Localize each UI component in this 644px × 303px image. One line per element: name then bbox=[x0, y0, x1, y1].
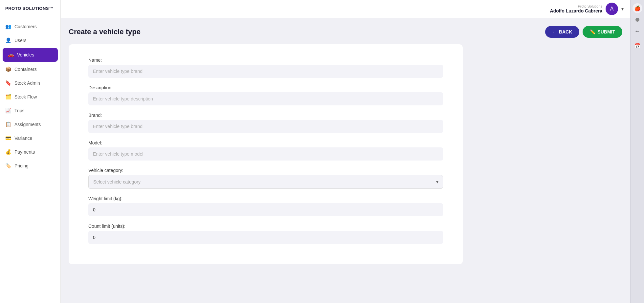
name-field-group: Name: bbox=[88, 57, 443, 78]
weight-label: Weight limit (kg): bbox=[88, 196, 443, 201]
sidebar-item-pricing[interactable]: 🏷️ Pricing bbox=[0, 159, 60, 173]
sidebar-item-variance[interactable]: 💳 Variance bbox=[0, 131, 60, 145]
sidebar-item-label: Payments bbox=[14, 149, 35, 155]
sidebar-item-label: Variance bbox=[14, 136, 32, 141]
avatar[interactable]: A bbox=[606, 3, 618, 15]
app-logo: PROTO SOLUTIONS™ bbox=[0, 0, 60, 17]
users-icon: 👤 bbox=[5, 37, 11, 43]
description-label: Description: bbox=[88, 85, 443, 90]
apple-icon[interactable]: 🍎 bbox=[633, 3, 642, 13]
header-right: Proto Solutions Adolfo Luzardo Cabrera A… bbox=[550, 3, 624, 15]
brand-input[interactable] bbox=[88, 120, 443, 133]
sidebar-item-label: Customers bbox=[14, 24, 37, 29]
sidebar-nav: 👥 Customers 👤 Users 🚗 Vehicles 📦 Contain… bbox=[0, 17, 60, 303]
description-input[interactable] bbox=[88, 92, 443, 105]
form-card: Name: Description: Brand: Model: Vehicle… bbox=[69, 44, 463, 264]
model-input[interactable] bbox=[88, 147, 443, 161]
page-content: Create a vehicle type ← BACK ✏️ SUBMIT N… bbox=[61, 18, 630, 303]
name-input[interactable] bbox=[88, 65, 443, 78]
page-title: Create a vehicle type bbox=[69, 28, 141, 36]
brand-label: Brand: bbox=[88, 113, 443, 118]
sidebar-item-label: Stock Flow bbox=[14, 94, 37, 99]
sidebar-item-label: Containers bbox=[14, 67, 37, 72]
page-actions: ← BACK ✏️ SUBMIT bbox=[545, 26, 622, 38]
vehicles-icon: 🚗 bbox=[8, 52, 14, 58]
trips-icon: 📈 bbox=[5, 108, 11, 114]
category-field-group: Vehicle category: Select vehicle categor… bbox=[88, 168, 443, 189]
circle-icon[interactable] bbox=[635, 18, 639, 22]
model-label: Model: bbox=[88, 140, 443, 145]
count-label: Count limit (units): bbox=[88, 224, 443, 229]
sidebar-item-payments[interactable]: 💰 Payments bbox=[0, 145, 60, 159]
page-header: Create a vehicle type ← BACK ✏️ SUBMIT bbox=[69, 26, 622, 38]
stock-flow-icon: 🗂️ bbox=[5, 94, 11, 100]
calendar-icon[interactable]: 📅 bbox=[633, 41, 642, 51]
right-panel: 🍎 ← 📅 bbox=[630, 0, 644, 303]
name-label: Name: bbox=[88, 57, 443, 63]
pencil-icon: ✏️ bbox=[590, 29, 595, 34]
submit-button[interactable]: ✏️ SUBMIT bbox=[583, 26, 622, 38]
user-name: Adolfo Luzardo Cabrera bbox=[550, 8, 602, 13]
back-button[interactable]: ← BACK bbox=[545, 26, 579, 38]
category-select[interactable]: Select vehicle category bbox=[88, 175, 443, 189]
sidebar: PROTO SOLUTIONS™ 👥 Customers 👤 Users 🚗 V… bbox=[0, 0, 61, 303]
user-info: Proto Solutions Adolfo Luzardo Cabrera bbox=[550, 4, 602, 13]
main-area: Proto Solutions Adolfo Luzardo Cabrera A… bbox=[61, 0, 630, 303]
sidebar-item-stock-flow[interactable]: 🗂️ Stock Flow bbox=[0, 90, 60, 104]
assignments-icon: 📋 bbox=[5, 121, 11, 127]
containers-icon: 📦 bbox=[5, 66, 11, 72]
count-input[interactable] bbox=[88, 231, 443, 244]
weight-input[interactable] bbox=[88, 203, 443, 216]
arrow-left-icon[interactable]: ← bbox=[633, 26, 642, 36]
customers-icon: 👥 bbox=[5, 24, 11, 30]
sidebar-item-label: Pricing bbox=[14, 163, 29, 168]
count-field-group: Count limit (units): bbox=[88, 224, 443, 244]
model-field-group: Model: bbox=[88, 140, 443, 161]
sidebar-item-assignments[interactable]: 📋 Assignments bbox=[0, 118, 60, 131]
sidebar-item-stock-admin[interactable]: 🔖 Stock Admin bbox=[0, 76, 60, 90]
submit-button-label: SUBMIT bbox=[597, 29, 615, 34]
category-label: Vehicle category: bbox=[88, 168, 443, 173]
app-header: Proto Solutions Adolfo Luzardo Cabrera A… bbox=[61, 0, 630, 18]
back-button-label: BACK bbox=[559, 29, 572, 34]
sidebar-item-label: Trips bbox=[14, 108, 25, 113]
sidebar-item-containers[interactable]: 📦 Containers bbox=[0, 62, 60, 76]
sidebar-item-label: Assignments bbox=[14, 122, 41, 127]
payments-icon: 💰 bbox=[5, 149, 11, 155]
brand-field-group: Brand: bbox=[88, 113, 443, 133]
pricing-icon: 🏷️ bbox=[5, 163, 11, 169]
avatar-initial: A bbox=[610, 6, 614, 12]
company-name: Proto Solutions bbox=[550, 4, 602, 8]
stock-admin-icon: 🔖 bbox=[5, 80, 11, 86]
category-select-wrapper: Select vehicle category ▾ bbox=[88, 175, 443, 189]
sidebar-item-trips[interactable]: 📈 Trips bbox=[0, 104, 60, 118]
sidebar-item-users[interactable]: 👤 Users bbox=[0, 33, 60, 47]
description-field-group: Description: bbox=[88, 85, 443, 105]
sidebar-item-label: Vehicles bbox=[17, 52, 34, 57]
chevron-down-icon[interactable]: ▾ bbox=[621, 6, 624, 11]
sidebar-item-label: Users bbox=[14, 38, 27, 43]
weight-field-group: Weight limit (kg): bbox=[88, 196, 443, 216]
sidebar-item-customers[interactable]: 👥 Customers bbox=[0, 20, 60, 33]
back-arrow-icon: ← bbox=[552, 29, 557, 34]
sidebar-item-vehicles[interactable]: 🚗 Vehicles bbox=[3, 48, 58, 62]
sidebar-item-label: Stock Admin bbox=[14, 80, 40, 86]
variance-icon: 💳 bbox=[5, 135, 11, 141]
